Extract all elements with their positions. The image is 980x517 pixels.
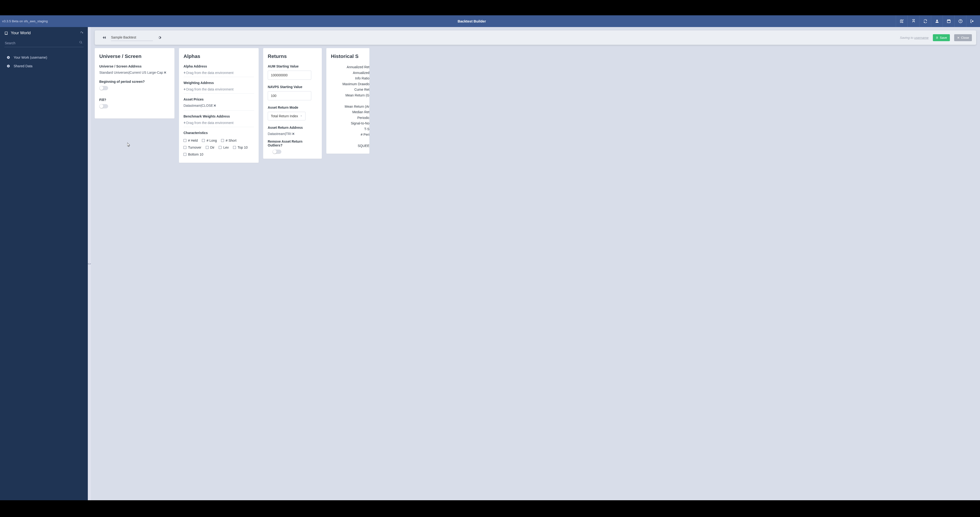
field-label: Remove Asset Return Outliers? <box>268 140 317 147</box>
chevron-down-icon <box>300 115 302 117</box>
sidebar-title: Your World <box>11 30 78 35</box>
historical-stat-item: Maximum Drawdo <box>331 81 362 87</box>
asset-prices-value: Datastream|CLOSE✕ <box>183 104 254 107</box>
characteristic-checkbox[interactable]: Top 10 <box>233 144 248 151</box>
field-label: Asset Return Mode <box>268 105 317 109</box>
historical-stat-item: Median Ret <box>331 109 362 115</box>
characteristic-checkbox[interactable]: Bottom 10 <box>183 151 204 158</box>
historical-stat-item <box>331 138 362 144</box>
plus-circle-icon <box>7 64 10 68</box>
historical-stat-item: Mean Return (Ar <box>331 104 362 110</box>
historical-stat-item: Info Ratio <box>331 76 362 81</box>
characteristic-checkbox[interactable]: # Long <box>202 137 217 144</box>
benchmark-weights-dropzone[interactable]: +Drag from the data environment <box>183 121 254 125</box>
back-icon[interactable] <box>102 35 107 40</box>
characteristics-checkbox-group: # Held# Long# ShortTurnoverDirLevTop 10B… <box>183 137 254 158</box>
historical-stat-item: # Peri <box>331 132 362 138</box>
asset-return-mode-select[interactable]: Total Return Index <box>268 112 305 120</box>
gear-icon[interactable] <box>157 35 162 40</box>
asset-return-address-value: Datastream|TRI✕ <box>268 132 317 136</box>
historical-stat-item: T-S <box>331 126 362 132</box>
field-label: Asset Prices <box>183 97 254 101</box>
historical-stat-item: Annualized <box>331 70 362 76</box>
sidebar-splitter[interactable]: <> <box>88 27 91 191</box>
field-label: AUM Starting Value <box>268 64 317 68</box>
field-label: Benchmark Weights Address <box>183 115 254 118</box>
navps-input[interactable] <box>268 91 311 100</box>
card-title: Returns <box>268 53 317 59</box>
fill-toggle[interactable] <box>99 104 108 109</box>
characteristic-checkbox[interactable]: # Held <box>183 137 197 144</box>
card-historical: Historical S Annualized RetAnnualizedInf… <box>326 48 362 154</box>
characteristic-checkbox[interactable]: # Short <box>221 137 236 144</box>
field-label: NAVPS Starting Value <box>268 85 317 89</box>
historical-stat-item <box>331 98 362 104</box>
tree-label: Your Work (username) <box>14 56 47 59</box>
search-icon <box>79 41 83 44</box>
weighting-address-dropzone[interactable]: +Drag from the data environment <box>183 87 254 91</box>
plus-circle-icon <box>7 56 10 59</box>
historical-stat-item: Annualized Ret <box>331 64 362 70</box>
characteristic-checkbox[interactable]: Lev <box>219 144 229 151</box>
card-title: Universe / Screen <box>99 53 170 59</box>
alpha-address-dropzone[interactable]: +Drag from the data environment <box>183 70 254 75</box>
characteristic-checkbox[interactable]: Dir <box>206 144 215 151</box>
historical-stat-item: Cume Ret <box>331 87 362 93</box>
historical-stat-item: Signal-to-No <box>331 121 362 126</box>
historical-stats-list: Annualized RetAnnualizedInfo RatioMaximu… <box>331 64 362 149</box>
characteristic-checkbox[interactable]: Turnover <box>183 144 202 151</box>
book-icon <box>4 31 8 35</box>
field-label: Beginning of period screen? <box>99 80 170 83</box>
clear-icon[interactable]: ✕ <box>292 132 295 136</box>
version-text: v3.3.5 Beta on sfs_aws_staging <box>2 19 48 23</box>
backtest-name-input[interactable] <box>111 35 153 41</box>
clear-icon[interactable]: ✕ <box>213 104 216 107</box>
historical-stat-item: Mean Return (G <box>331 93 362 98</box>
historical-stat-item: SQUEE <box>331 143 362 149</box>
backtest-toolbar: Saving to username Save Close <box>95 30 362 45</box>
tree-label: Shared Data <box>14 64 33 68</box>
card-alphas: Alphas Alpha Address +Drag from the data… <box>179 48 259 163</box>
refresh-icon[interactable] <box>80 31 83 35</box>
field-label: Asset Return Address <box>268 126 317 129</box>
sidebar-item-shared-data[interactable]: Shared Data <box>4 62 83 70</box>
aum-input[interactable] <box>268 70 311 80</box>
app-header: v3.3.5 Beta on sfs_aws_staging Backtest … <box>0 15 362 27</box>
field-label: Characteristics <box>183 131 254 135</box>
historical-stat-item: Periodic <box>331 115 362 121</box>
field-label: Alpha Address <box>183 64 254 68</box>
sidebar-item-your-work[interactable]: Your Work (username) <box>4 53 83 62</box>
universe-address-value: Standard Universes|Current US Large-Cap✕ <box>99 70 170 75</box>
field-label: Fill? <box>99 98 170 102</box>
card-title: Historical S <box>331 53 362 59</box>
card-title: Alphas <box>183 53 254 59</box>
search-input[interactable] <box>4 40 83 47</box>
main-area: Saving to username Save Close Universe /… <box>91 27 362 191</box>
remove-outliers-toggle[interactable] <box>272 150 282 154</box>
field-label: Weighting Address <box>183 81 254 85</box>
page-title: Backtest Builder <box>48 19 362 23</box>
field-label: Universe / Screen Address <box>99 64 170 68</box>
sidebar: Your World Your Work (username) Shared D… <box>0 27 88 191</box>
clear-icon[interactable]: ✕ <box>164 70 167 75</box>
card-returns: Returns AUM Starting Value NAVPS Startin… <box>263 48 322 159</box>
card-universe: Universe / Screen Universe / Screen Addr… <box>95 48 174 118</box>
beginning-period-toggle[interactable] <box>99 86 108 90</box>
